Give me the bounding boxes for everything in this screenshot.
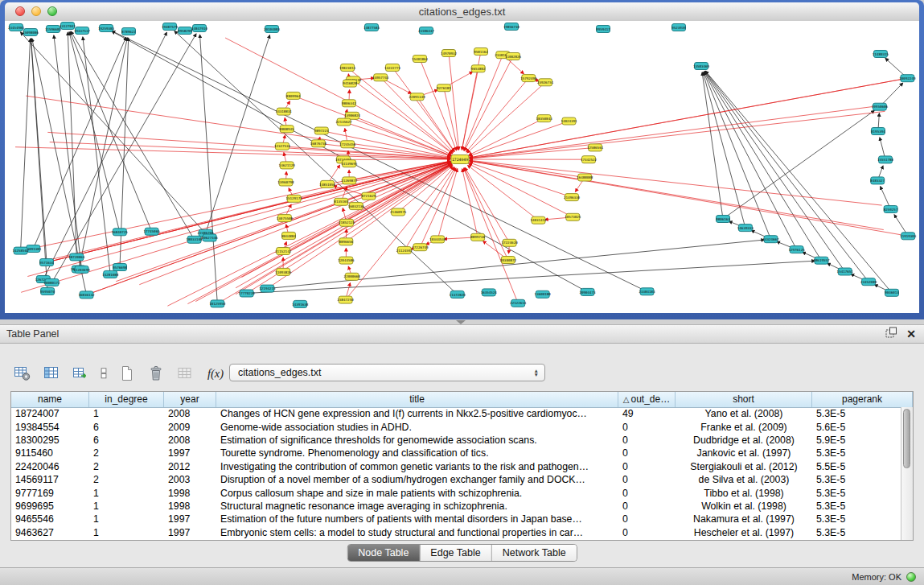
table-row[interactable]: 911546021997Tourette syndrome. Phenomeno… — [11, 447, 901, 459]
graph-node[interactable]: 12586561 — [587, 144, 604, 151]
graph-node[interactable]: 22000668 — [344, 273, 361, 280]
graph-node[interactable]: 17245456 — [339, 141, 356, 148]
table-row[interactable]: 969969511998Structural magnetic resonanc… — [11, 500, 901, 513]
graph-node[interactable]: 15551788 — [877, 156, 894, 163]
graph-node[interactable]: 14139695 — [341, 160, 358, 167]
graph-node[interactable]: 14851056 — [319, 180, 336, 187]
tab-edge-table[interactable]: Edge Table — [420, 545, 491, 561]
graph-node[interactable]: 11002826 — [505, 53, 522, 60]
graph-node[interactable]: 21152142 — [275, 248, 292, 255]
table-row[interactable]: 977716911998Corpus callosum shape and si… — [11, 486, 901, 499]
graph-node[interactable]: 14970932 — [441, 50, 458, 57]
graph-node[interactable]: 11372820 — [450, 290, 466, 298]
graph-node[interactable]: 8721629 — [362, 192, 376, 200]
graph-node[interactable]: 16876738 — [310, 140, 327, 147]
graph-node[interactable]: 21460975 — [390, 208, 407, 216]
graph-node[interactable]: 10573025 — [565, 213, 581, 220]
tab-node-table[interactable]: Node Table — [347, 545, 420, 561]
minimize-window-button[interactable] — [31, 6, 41, 16]
zoom-window-button[interactable] — [47, 6, 57, 16]
graph-node[interactable]: 11919303 — [900, 233, 917, 240]
row-selector-icon[interactable] — [98, 362, 109, 385]
graph-node[interactable]: 9806163 — [716, 216, 730, 223]
graph-node[interactable]: 10627446 — [202, 234, 219, 241]
graph-node[interactable]: 8483327 — [870, 177, 885, 184]
graph-node[interactable]: 9897223 — [314, 127, 329, 134]
graph-node[interactable]: 20300872 — [500, 257, 517, 264]
scrollbar-thumb[interactable] — [903, 409, 910, 468]
graph-node[interactable]: 14258502 — [13, 247, 30, 254]
graph-node[interactable]: 14281088 — [102, 270, 119, 278]
graph-node[interactable]: 12044586 — [338, 257, 355, 264]
graph-node[interactable]: 12976125 — [789, 246, 806, 253]
graph-node[interactable]: 10125950 — [209, 300, 226, 307]
graph-node[interactable]: 14324667 — [762, 236, 779, 243]
window-titlebar[interactable]: citations_edges.txt — [5, 2, 919, 22]
vertical-scrollbar[interactable] — [901, 407, 913, 540]
show-columns-icon[interactable] — [40, 362, 63, 385]
table-row[interactable]: 2242004622012Investigating the contribut… — [11, 460, 901, 473]
graph-node[interactable]: 11093826 — [275, 268, 292, 275]
graph-node[interactable]: 20080172 — [43, 279, 60, 286]
merge-table-icon[interactable] — [174, 362, 196, 385]
float-panel-icon[interactable] — [885, 327, 897, 341]
table-row[interactable]: 1872400712008Changes of HCN gene express… — [11, 407, 901, 420]
graph-node[interactable]: 8896656 — [339, 238, 353, 245]
graph-node[interactable]: 18033108 — [187, 236, 203, 243]
graph-node[interactable]: 19259383 — [98, 25, 115, 32]
graph-node[interactable]: 13075508 — [277, 215, 294, 222]
column-header-in_degree[interactable]: in_degree — [89, 392, 164, 407]
graph-node[interactable]: 22091349 — [409, 93, 426, 101]
graph-node[interactable]: 8789622 — [121, 28, 136, 35]
graph-node[interactable]: 21852123 — [339, 219, 355, 226]
graph-node[interactable]: 19487579 — [162, 23, 179, 31]
graph-node[interactable]: 14621129 — [279, 162, 296, 169]
graph-node[interactable]: 18619557 — [813, 257, 830, 264]
graph-node[interactable]: 11480315 — [873, 51, 889, 58]
graph-node[interactable]: 8809964 — [286, 92, 301, 99]
table-row[interactable]: 1456911722003Disruption of a novel membe… — [11, 473, 901, 486]
graph-node[interactable]: 19856730 — [503, 23, 520, 31]
graph-node[interactable]: 22122614 — [510, 299, 527, 307]
graph-node[interactable]: 14391638 — [292, 300, 309, 307]
graph-node[interactable]: 18720063 — [68, 253, 85, 261]
graph-node[interactable]: 16032136 — [348, 203, 365, 210]
graph-node[interactable]: 9523939 — [671, 24, 686, 31]
graph-node[interactable]: 23452080 — [860, 278, 877, 286]
graph-node[interactable]: 9571634 — [39, 259, 54, 266]
graph-node[interactable]: 23847250 — [338, 296, 355, 303]
graph-node[interactable]: 11204699 — [74, 266, 91, 273]
graph-node[interactable]: 14024391 — [561, 117, 577, 125]
graph-node[interactable]: 9416828 — [343, 80, 357, 87]
close-window-button[interactable] — [15, 6, 25, 16]
table-row[interactable]: 1830029562008Estimation of significance … — [11, 434, 901, 447]
graph-node[interactable]: 12327534 — [274, 142, 291, 150]
graph-node[interactable]: 8044884 — [281, 232, 296, 239]
graph-node[interactable]: 10344534 — [429, 236, 446, 243]
graph-node[interactable]: 8899736 — [470, 233, 485, 241]
graph-node[interactable]: 23384183 — [639, 288, 655, 295]
table-row[interactable]: 1938455462009Genome-wide association stu… — [11, 420, 901, 433]
graph-hub-node[interactable]: 1724049 — [451, 155, 469, 164]
graph-node[interactable]: 15098086 — [23, 29, 39, 36]
table-row[interactable]: 946554611997Estimation of the future num… — [11, 513, 901, 525]
graph-node[interactable]: 16488088 — [577, 174, 593, 181]
column-header-short[interactable]: short — [676, 392, 812, 407]
graph-node[interactable]: 13600180 — [535, 290, 552, 298]
close-panel-icon[interactable]: ✕ — [906, 325, 916, 343]
graph-node[interactable]: 15401864 — [412, 56, 429, 63]
table-selector-combobox[interactable]: citations_edges.txt ▲▼ — [229, 364, 545, 381]
graph-node[interactable]: 11269877 — [341, 177, 358, 184]
graph-node[interactable]: 14222774 — [384, 64, 401, 72]
graph-node[interactable]: 19950606 — [872, 103, 889, 110]
graph-node[interactable]: 22135627 — [335, 118, 352, 126]
graph-node[interactable]: 21124592 — [396, 247, 413, 254]
graph-node[interactable]: 8135165 — [334, 198, 348, 205]
graph-node[interactable]: 9046013 — [885, 289, 899, 296]
graph-node[interactable]: 8808945 — [280, 126, 294, 133]
graph-node[interactable]: 16354524 — [481, 289, 498, 296]
graph-node[interactable]: 21496330 — [564, 194, 581, 201]
graph-node[interactable]: 23186447 — [418, 27, 435, 35]
graph-node[interactable]: 13583469 — [693, 63, 710, 70]
graph-node[interactable]: 20904473 — [579, 288, 596, 295]
